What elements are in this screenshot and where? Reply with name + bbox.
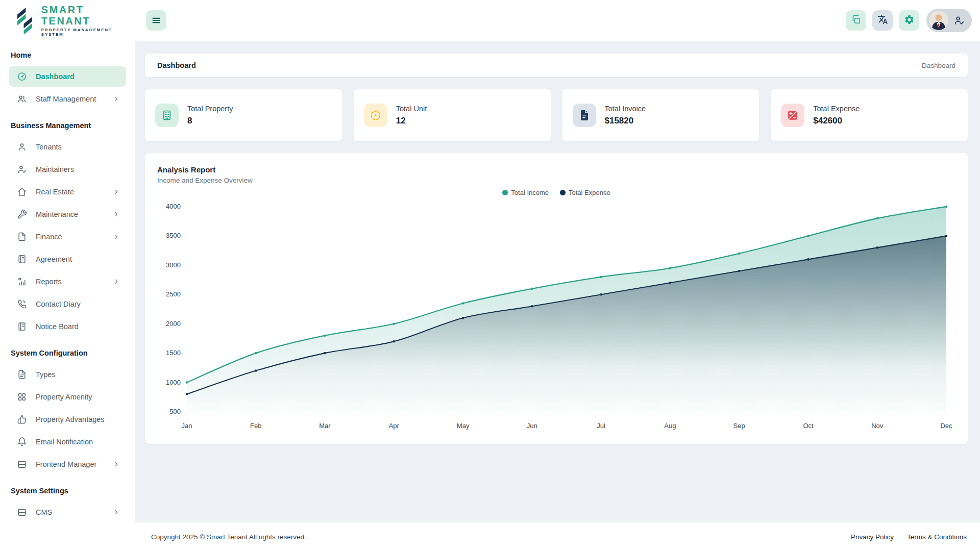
translate-icon — [877, 14, 888, 27]
svg-text:Apr: Apr — [389, 422, 400, 430]
svg-text:Nov: Nov — [871, 422, 884, 430]
sidebar-item-label: Real Estate — [36, 188, 113, 196]
footer-link-terms-conditions[interactable]: Terms & Conditions — [907, 533, 967, 541]
translate-button[interactable] — [872, 10, 893, 31]
svg-text:500: 500 — [169, 408, 181, 415]
sidebar-item-label: Finance — [36, 233, 113, 241]
thumbs-up-icon — [17, 414, 27, 424]
sidebar-item-label: Contact Diary — [36, 300, 120, 308]
expense-icon — [781, 104, 804, 127]
sidebar-item-label: Staff Management — [36, 95, 113, 103]
sidebar-item-property-amenity[interactable]: Property Amenity — [9, 387, 126, 407]
brand-logo-icon — [13, 7, 36, 34]
sidebar: SMART TENANT PROPERTY MANAGEMENT SYSTEM … — [0, 0, 135, 551]
sidebar-item-staff-management[interactable]: Staff Management — [9, 89, 126, 109]
sidebar-section-label: System Configuration — [0, 342, 135, 362]
sidebar-item-email-notification[interactable]: Email Notification — [9, 432, 126, 452]
stat-label: Total Unit — [396, 105, 427, 113]
user-menu[interactable] — [926, 9, 972, 32]
window-icon — [17, 507, 27, 517]
home-icon — [17, 187, 27, 197]
sidebar-item-reports[interactable]: Reports — [9, 271, 126, 292]
sidebar-item-maintenance[interactable]: Maintenance — [9, 204, 126, 224]
legend-label: Total Income — [511, 189, 549, 196]
sidebar-item-cms[interactable]: CMS — [9, 502, 126, 522]
legend-label: Total Expense — [569, 189, 610, 196]
svg-text:2500: 2500 — [166, 290, 181, 298]
chevron-right-icon — [113, 95, 120, 103]
grid-icon — [17, 392, 27, 402]
window-icon — [17, 459, 27, 469]
svg-text:2000: 2000 — [166, 320, 181, 328]
avatar — [929, 11, 948, 30]
phone-icon — [17, 299, 27, 309]
main-column: Dashboard Dashboard Total Property8Total… — [135, 0, 980, 551]
stat-card-total-expense: Total Expense$42600 — [771, 89, 968, 141]
sidebar-item-dashboard[interactable]: Dashboard — [9, 66, 126, 87]
legend-dot — [502, 190, 508, 195]
brand-logo[interactable]: SMART TENANT PROPERTY MANAGEMENT SYSTEM — [0, 0, 135, 41]
users-icon — [17, 94, 27, 104]
brand-name: SMART TENANT — [41, 4, 135, 27]
wrench-icon — [17, 209, 27, 219]
svg-text:Mar: Mar — [319, 422, 331, 430]
sidebar-item-property-advantages[interactable]: Property Advantages — [9, 409, 126, 430]
footer: Copyright 2025 © Smart Tenant All rights… — [135, 522, 980, 551]
svg-text:1500: 1500 — [166, 349, 181, 357]
sidebar-section-label: Business Management — [0, 114, 135, 135]
stat-card-total-invoice: Total Invoice$15820 — [562, 89, 760, 141]
svg-text:Jul: Jul — [597, 422, 605, 430]
sidebar-item-agreement[interactable]: Agreement — [9, 249, 126, 269]
sidebar-item-label: Tenants — [36, 143, 120, 151]
stat-card-total-property: Total Property8 — [145, 89, 342, 141]
legend-item-total-expense[interactable]: Total Expense — [560, 187, 610, 197]
chevron-right-icon — [113, 461, 120, 468]
bell-icon — [17, 437, 27, 447]
sidebar-item-maintainers[interactable]: Maintainers — [9, 159, 126, 180]
settings-icon — [904, 14, 915, 27]
sidebar-item-contact-diary[interactable]: Contact Diary — [9, 294, 126, 314]
stats-row: Total Property8Total Unit12Total Invoice… — [145, 89, 968, 141]
chevron-right-icon — [113, 233, 120, 240]
copy-button[interactable] — [846, 10, 866, 31]
sidebar-item-notice-board[interactable]: Notice Board — [9, 316, 126, 337]
svg-text:4000: 4000 — [166, 203, 181, 210]
content-area: Dashboard Dashboard Total Property8Total… — [135, 41, 980, 522]
svg-text:Jun: Jun — [527, 422, 537, 430]
svg-text:3500: 3500 — [166, 232, 181, 239]
hamburger-icon — [151, 15, 162, 26]
stat-card-total-unit: Total Unit12 — [354, 89, 551, 141]
breadcrumb[interactable]: Dashboard — [922, 62, 955, 69]
sidebar-item-label: Property Advantages — [36, 415, 120, 423]
footer-link-privacy-policy[interactable]: Privacy Policy — [851, 533, 894, 541]
sidebar-section-label: Home — [0, 44, 135, 64]
sidebar-item-label: CMS — [36, 508, 113, 516]
sidebar-item-label: Property Amenity — [36, 393, 120, 401]
legend-item-total-income[interactable]: Total Income — [502, 187, 549, 197]
sidebar-item-label: Types — [36, 370, 120, 379]
settings-button[interactable] — [899, 10, 919, 31]
user-check-icon — [953, 15, 965, 26]
page-header: Dashboard Dashboard — [145, 54, 968, 77]
page-title: Dashboard — [157, 61, 196, 69]
sidebar-item-frontend-manager[interactable]: Frontend Manager — [9, 454, 126, 474]
chevron-right-icon — [113, 278, 120, 285]
analysis-chart: 4000350030002500200015001000500JanFebMar… — [157, 199, 955, 436]
journal-icon — [17, 254, 27, 264]
sidebar-toggle-button[interactable] — [146, 10, 166, 31]
sidebar-item-real-estate[interactable]: Real Estate — [9, 182, 126, 202]
copyright-text: Copyright 2025 © Smart Tenant All rights… — [151, 533, 306, 541]
stat-value: $15820 — [605, 116, 646, 126]
sidebar-item-label: Maintenance — [36, 210, 113, 218]
sidebar-item-types[interactable]: Types — [9, 364, 126, 385]
analysis-report-card: Analysis Report Income and Expense Overv… — [145, 153, 968, 444]
report-icon — [17, 277, 27, 287]
stat-value: 12 — [396, 116, 427, 126]
stat-value: 8 — [187, 116, 233, 126]
sidebar-item-finance[interactable]: Finance — [9, 227, 126, 247]
dashboard-icon — [17, 71, 27, 82]
brand-tagline: PROPERTY MANAGEMENT SYSTEM — [41, 28, 135, 37]
sidebar-item-label: Reports — [36, 278, 113, 286]
sidebar-item-tenants[interactable]: Tenants — [9, 137, 126, 157]
stat-label: Total Invoice — [605, 105, 646, 113]
